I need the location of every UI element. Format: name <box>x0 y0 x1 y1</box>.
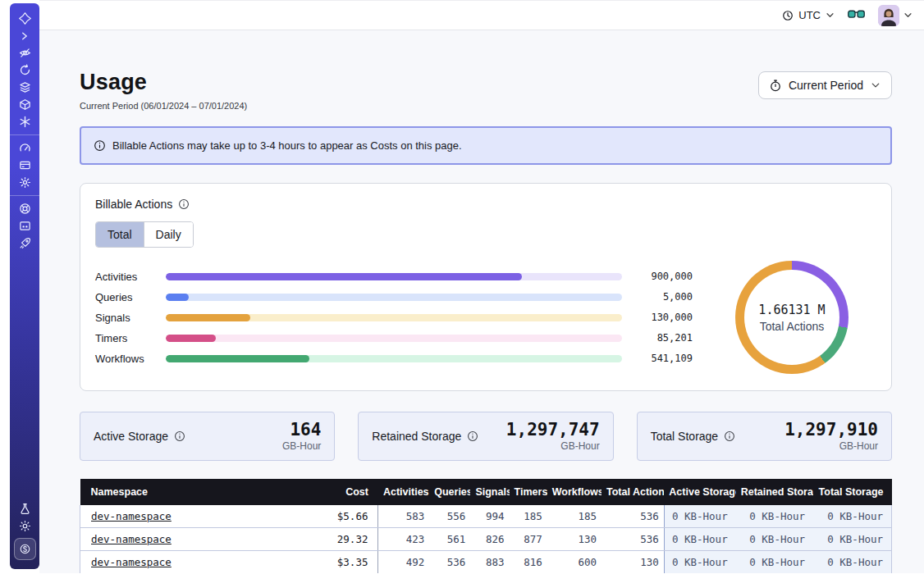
cell-signals: 883 <box>470 551 509 574</box>
col-header-active-storage: Active Storage <box>664 479 735 505</box>
bar-label: Queries <box>95 291 166 303</box>
namespace-link[interactable]: dev-namespace <box>91 556 172 568</box>
cell-total-storage: 0 KB-Hour <box>813 505 891 528</box>
table-row: dev-namespace $3.35 492 536 883 816 600 … <box>80 551 892 574</box>
storage-card-label: Total Storage <box>651 430 719 443</box>
storage-card-unit: GB-Hour <box>282 440 321 452</box>
bar-label: Timers <box>95 332 166 344</box>
info-banner: Billable Actions may take up to 3-4 hour… <box>80 126 892 165</box>
table-row: dev-namespace $5.66 583 556 994 185 185 … <box>80 505 892 528</box>
cell-total-actions: 536 <box>602 528 664 551</box>
user-menu[interactable] <box>878 5 913 26</box>
clock-icon <box>782 10 794 21</box>
namespace-link[interactable]: dev-namespace <box>91 533 172 545</box>
cell-workflows: 600 <box>547 551 602 574</box>
glasses-icon[interactable] <box>848 10 865 20</box>
cell-cost: $5.66 <box>296 505 378 528</box>
cell-timers: 185 <box>510 505 547 528</box>
page-subtitle: Current Period (06/01/2024 – 07/01/2024) <box>80 101 247 111</box>
pricing-dollar-icon[interactable] <box>10 535 39 563</box>
storage-card-value: 164 <box>282 421 321 440</box>
cell-active-storage: 0 KB-Hour <box>664 528 735 551</box>
info-icon[interactable] <box>724 430 735 442</box>
info-icon[interactable] <box>178 198 190 210</box>
cell-workflows: 185 <box>547 505 602 528</box>
cell-signals: 994 <box>470 505 509 528</box>
tab-daily[interactable]: Daily <box>144 222 193 247</box>
user-avatar <box>878 5 899 26</box>
cube-icon[interactable] <box>10 96 39 113</box>
bar-fill <box>166 273 522 280</box>
rocket-icon[interactable] <box>10 235 39 252</box>
col-header-workflows: Workflows <box>547 479 602 505</box>
page-header: Usage Current Period (06/01/2024 – 07/01… <box>80 30 892 111</box>
billable-bar-chart: Activities 900,000 Queries 5,000 Signals… <box>95 266 693 369</box>
cell-activities: 492 <box>378 551 429 574</box>
bar-label: Signals <box>95 312 166 324</box>
asterisk-icon[interactable] <box>10 113 39 130</box>
storage-card-value: 1,297,747 <box>506 421 600 440</box>
bar-label: Activities <box>95 271 166 283</box>
topbar: UTC <box>39 0 924 30</box>
cell-timers: 816 <box>510 551 547 574</box>
support-lifebuoy-icon[interactable] <box>10 200 39 217</box>
namespace-link[interactable]: dev-namespace <box>91 510 172 522</box>
cell-queries: 556 <box>429 505 470 528</box>
banner-text: Billable Actions may take up to 3-4 hour… <box>112 139 462 152</box>
timezone-selector[interactable]: UTC <box>782 9 835 21</box>
bar-track <box>166 314 622 321</box>
cell-retained-storage: 0 KB-Hour <box>736 528 813 551</box>
cell-cost: $3.35 <box>296 551 378 574</box>
billing-card-icon[interactable] <box>10 157 39 174</box>
settings-gear-icon[interactable] <box>10 174 39 191</box>
bar-row-queries: Queries 5,000 <box>95 287 693 308</box>
col-header-retained-storage: Retained Storage <box>736 479 813 505</box>
dollar-coin-icon <box>14 538 36 560</box>
donut-caption: Total Actions <box>760 320 825 333</box>
total-storage-card: Total Storage 1,297,910 GB-Hour <box>637 412 892 461</box>
bar-track <box>166 335 622 342</box>
billable-actions-title: Billable Actions <box>95 198 172 211</box>
collapse-chevron-icon[interactable] <box>10 27 39 44</box>
table-header-row: Namespace Cost Activities Queries Signal… <box>80 479 892 505</box>
bar-label: Workflows <box>95 353 166 365</box>
cell-total-storage: 0 KB-Hour <box>813 528 891 551</box>
col-header-timers: Timers <box>510 479 547 505</box>
feedback-terminal-icon[interactable] <box>10 217 39 235</box>
stopwatch-icon <box>770 80 781 92</box>
sidebar-divider <box>10 134 39 135</box>
info-icon[interactable] <box>467 430 478 442</box>
col-header-total-actions: Total Actions <box>602 479 664 505</box>
storage-card-unit: GB-Hour <box>784 440 878 452</box>
history-icon[interactable] <box>10 61 39 79</box>
page-title: Usage <box>80 70 247 95</box>
temporal-logo[interactable] <box>10 10 39 27</box>
usage-gauge-icon[interactable] <box>10 139 39 157</box>
bar-fill <box>166 335 216 342</box>
labs-flask-icon[interactable] <box>10 500 39 517</box>
eye-icon[interactable] <box>10 44 39 61</box>
bar-row-workflows: Workflows 541,109 <box>95 348 693 369</box>
info-icon[interactable] <box>174 430 185 442</box>
cell-activities: 423 <box>378 528 429 551</box>
main-content: Usage Current Period (06/01/2024 – 07/01… <box>39 30 924 573</box>
col-header-queries: Queries <box>429 479 470 505</box>
billable-chart-area: Activities 900,000 Queries 5,000 Signals… <box>95 261 871 374</box>
tab-total[interactable]: Total <box>96 222 144 247</box>
bar-value: 541,109 <box>622 353 693 364</box>
retained-storage-card: Retained Storage 1,297,747 GB-Hour <box>358 412 613 461</box>
storage-card-unit: GB-Hour <box>506 440 600 452</box>
cell-activities: 583 <box>378 505 429 528</box>
bar-track <box>166 294 622 301</box>
theme-sun-icon[interactable] <box>10 517 39 535</box>
cell-retained-storage: 0 KB-Hour <box>736 551 813 574</box>
layers-icon[interactable] <box>10 79 39 96</box>
bar-value: 5,000 <box>622 291 693 303</box>
bar-value: 130,000 <box>622 312 693 323</box>
bar-row-signals: Signals 130,000 <box>95 308 693 328</box>
cell-timers: 877 <box>510 528 547 551</box>
bar-row-activities: Activities 900,000 <box>95 266 693 287</box>
cell-queries: 536 <box>429 551 470 574</box>
cell-total-actions: 536 <box>602 505 664 528</box>
period-selector-button[interactable]: Current Period <box>758 71 892 99</box>
